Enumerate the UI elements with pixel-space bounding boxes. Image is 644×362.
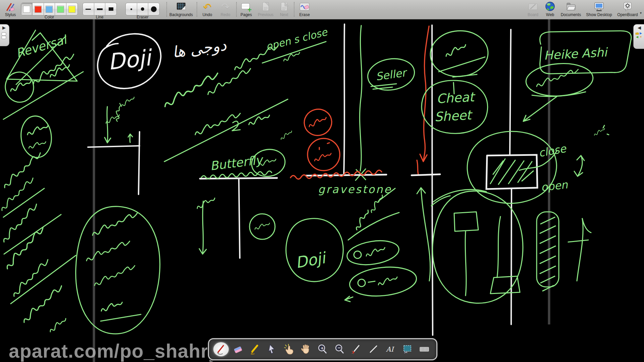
laser-pointer-icon <box>351 344 362 355</box>
text-tool-button[interactable]: AI <box>383 342 398 357</box>
hammer-tail <box>465 231 466 296</box>
selector-tool-button[interactable] <box>265 342 279 357</box>
red-oval-1 <box>302 106 334 138</box>
sketch-open-close: open s close <box>262 26 329 63</box>
trapezoid-candle <box>490 276 520 294</box>
stylus-icon <box>2 1 19 12</box>
previous-label: Previous <box>256 12 275 17</box>
sketch-small-cross <box>568 219 591 281</box>
zoom-in-tool-button[interactable]: + <box>315 342 330 357</box>
whiteboard-canvas[interactable]: Reversal <box>0 19 644 362</box>
pages-stack-icon <box>0 31 8 40</box>
previous-icon <box>256 1 275 12</box>
numeral-2 <box>232 121 240 131</box>
library-left-tab[interactable]: ▶ <box>0 24 9 46</box>
sketch-circled-word-right <box>429 29 489 78</box>
next-button[interactable]: Next <box>276 1 292 17</box>
butterfly-text: Butterfly <box>209 153 265 173</box>
open-hand-icon <box>300 344 312 355</box>
green-hatch <box>540 217 555 291</box>
next-icon <box>276 1 292 12</box>
board-button[interactable]: Board <box>525 1 541 17</box>
open-text: open <box>540 178 569 194</box>
down-arrow <box>105 107 111 143</box>
toolbar-separator <box>294 2 294 17</box>
toolbar-separator <box>236 2 237 17</box>
line-tool-button[interactable] <box>366 342 381 357</box>
redo-button[interactable]: ↷ Redo <box>217 1 233 17</box>
color-blue[interactable] <box>44 3 55 15</box>
board-label: Board <box>525 12 541 17</box>
doji-title-text: Doji <box>107 45 154 75</box>
color-white[interactable] <box>21 3 33 15</box>
line-medium[interactable] <box>94 3 106 15</box>
sketch-hatched-candle <box>537 212 559 291</box>
line-icon <box>368 344 379 355</box>
openboard-menu-button[interactable]: OpenBoard <box>615 1 640 17</box>
openboard-window: { "app": "OpenBoard", "top_toolbar": { "… <box>0 0 644 362</box>
capture-icon: ✂ <box>402 344 413 355</box>
library-right-tab[interactable]: ◀ ▶ ◀ ✶ <box>633 24 644 49</box>
documents-button[interactable]: Documents <box>559 1 583 17</box>
left-arrow <box>345 296 353 302</box>
erase-icon <box>296 1 313 12</box>
svg-text:✂: ✂ <box>404 350 408 355</box>
pan-hand-tool-button[interactable] <box>299 342 313 357</box>
backgrounds-label: Backgrounds <box>168 12 195 17</box>
keyboard-icon <box>419 344 430 355</box>
toolbar-overflow-arrow-icon[interactable]: ▼ <box>639 11 642 15</box>
sketch-seller-balloon: Seller <box>366 56 417 94</box>
laser-pointer-tool-button[interactable] <box>349 342 364 357</box>
stylus-button[interactable]: Stylus <box>2 1 19 17</box>
documents-label: Documents <box>559 12 583 17</box>
click-interact-tool-button[interactable] <box>281 342 296 357</box>
eraser-tool-button[interactable] <box>231 342 246 357</box>
pen-tool-button[interactable] <box>214 342 228 357</box>
line-thick[interactable] <box>105 3 116 15</box>
seller-text: Seller <box>375 66 409 83</box>
gravestone-text: gravestone <box>318 183 392 196</box>
color-red[interactable] <box>33 3 44 15</box>
magnifier-minus-icon: − <box>334 344 345 355</box>
eraser-medium[interactable] <box>137 3 149 15</box>
svg-text:AI: AI <box>386 345 394 353</box>
show-desktop-button[interactable]: Show Desktop <box>585 1 613 17</box>
sketch-circled-word-left-top <box>3 70 36 104</box>
undo-button[interactable]: ↶ Undo <box>199 1 215 17</box>
line-thin[interactable] <box>83 3 94 15</box>
board-icon <box>525 1 541 12</box>
sketch-doji-bottom-circle: Doji <box>286 219 343 282</box>
pages-button[interactable]: + Pages <box>237 1 255 17</box>
sketch-long-legged-doji <box>412 25 440 335</box>
eraser-large[interactable] <box>148 3 159 15</box>
eraser-small[interactable] <box>126 3 137 15</box>
erase-button[interactable]: Erase <box>296 1 313 17</box>
red-oval-2 <box>308 138 340 171</box>
stylus-label: Stylus <box>2 12 19 17</box>
cursor-arrow-icon <box>266 344 278 355</box>
zoom-out-tool-button[interactable]: − <box>332 342 347 357</box>
sketch-butterfly-doji: Butterfly <box>196 147 287 258</box>
color-green[interactable] <box>55 3 66 15</box>
redo-label: Redo <box>217 12 233 17</box>
capture-tool-button[interactable]: ✂ <box>400 342 415 357</box>
expand-left-icon: ◀ <box>634 24 644 31</box>
web-button[interactable]: Web <box>543 1 557 17</box>
keyboard-tool-button[interactable] <box>417 342 432 357</box>
curve-tail <box>497 217 500 278</box>
top-toolbar: Stylus Color Line Eraser <box>0 0 644 19</box>
green-wavy-line <box>360 25 362 171</box>
sketch-reversal: Reversal <box>3 30 83 119</box>
openboard-label: OpenBoard <box>615 12 640 17</box>
eraser-icon <box>232 344 244 355</box>
previous-button[interactable]: Previous <box>256 1 275 17</box>
sketch-heike-ashi: Heike Ashi <box>523 31 631 121</box>
color-yellow[interactable] <box>66 3 77 15</box>
eraser-label: Eraser <box>125 15 160 19</box>
svg-text:+: + <box>247 6 252 12</box>
backgrounds-button[interactable]: Backgrounds <box>168 1 195 17</box>
marker-tool-button[interactable] <box>248 342 262 357</box>
folder-mini-icon <box>635 32 639 35</box>
close-text: close <box>538 142 568 160</box>
web-label: Web <box>543 12 557 17</box>
